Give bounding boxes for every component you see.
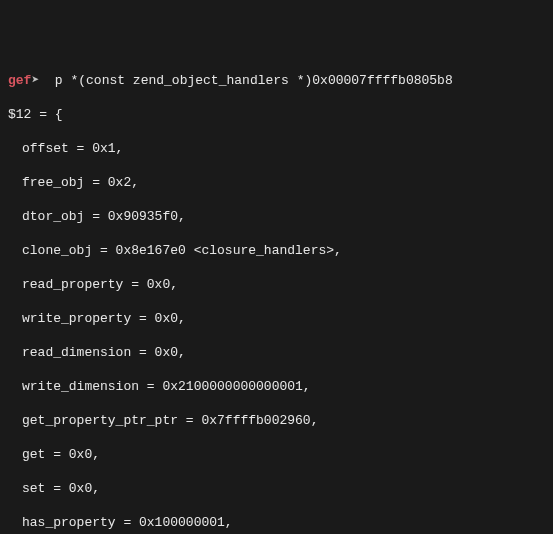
- struct-field: has_property = 0x100000001,: [8, 514, 545, 531]
- gef-prompt-prefix: gef: [8, 73, 31, 88]
- struct-field: get_property_ptr_ptr = 0x7ffffb002960,: [8, 412, 545, 429]
- struct-field: dtor_obj = 0x90935f0,: [8, 208, 545, 225]
- gdb-command-text: p *(const zend_object_handlers *)0x00007…: [55, 73, 453, 88]
- struct-field: clone_obj = 0x8e167e0 <closure_handlers>…: [8, 242, 545, 259]
- struct-field: set = 0x0,: [8, 480, 545, 497]
- struct-field: read_dimension = 0x0,: [8, 344, 545, 361]
- gdb-prompt-line[interactable]: gef➤ p *(const zend_object_handlers *)0x…: [8, 72, 545, 89]
- result-open-brace: $12 = {: [8, 106, 545, 123]
- struct-field: write_property = 0x0,: [8, 310, 545, 327]
- prompt-arrow-icon: ➤: [31, 73, 39, 88]
- struct-field: get = 0x0,: [8, 446, 545, 463]
- struct-field: write_dimension = 0x2100000000000001,: [8, 378, 545, 395]
- struct-field: read_property = 0x0,: [8, 276, 545, 293]
- struct-field: free_obj = 0x2,: [8, 174, 545, 191]
- struct-field: offset = 0x1,: [8, 140, 545, 157]
